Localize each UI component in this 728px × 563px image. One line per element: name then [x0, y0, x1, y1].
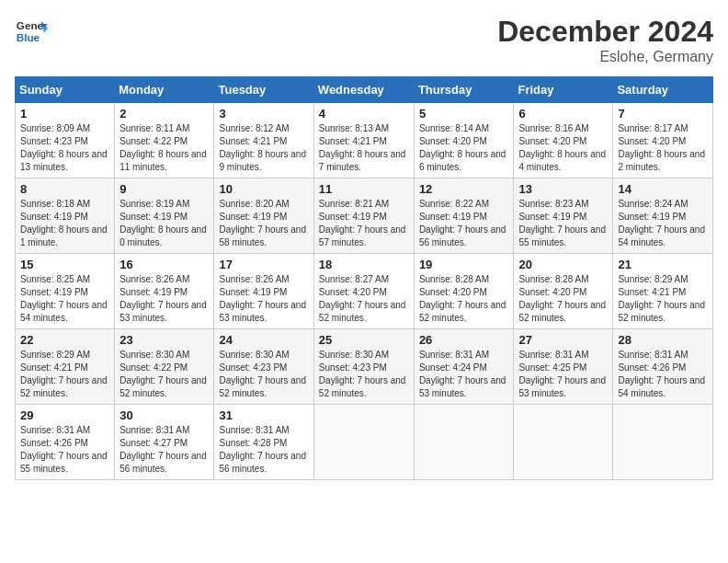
weekday-header-thursday: Thursday — [414, 77, 514, 103]
day-info: Sunrise: 8:16 AM Sunset: 4:20 PM Dayligh… — [518, 122, 608, 174]
calendar-cell: 22Sunrise: 8:29 AM Sunset: 4:21 PM Dayli… — [16, 329, 115, 405]
day-number: 27 — [518, 333, 608, 347]
day-number: 20 — [518, 258, 608, 271]
day-info: Sunrise: 8:28 AM Sunset: 4:20 PM Dayligh… — [419, 273, 509, 325]
day-number: 6 — [518, 107, 608, 121]
calendar-cell: 3Sunrise: 8:12 AM Sunset: 4:21 PM Daylig… — [214, 103, 313, 178]
week-row-2: 15Sunrise: 8:25 AM Sunset: 4:19 PM Dayli… — [16, 254, 713, 329]
day-info: Sunrise: 8:20 AM Sunset: 4:19 PM Dayligh… — [219, 198, 308, 249]
calendar-cell: 12Sunrise: 8:22 AM Sunset: 4:19 PM Dayli… — [414, 178, 514, 254]
day-info: Sunrise: 8:17 AM Sunset: 4:20 PM Dayligh… — [618, 122, 708, 174]
logo: General Blue — [15, 15, 51, 48]
calendar-cell: 7Sunrise: 8:17 AM Sunset: 4:20 PM Daylig… — [613, 103, 713, 178]
day-number: 17 — [219, 258, 308, 271]
calendar-cell: 15Sunrise: 8:25 AM Sunset: 4:19 PM Dayli… — [16, 254, 115, 329]
calendar-cell: 27Sunrise: 8:31 AM Sunset: 4:25 PM Dayli… — [514, 329, 613, 405]
location: Eslohe, Germany — [497, 49, 713, 65]
calendar-cell: 26Sunrise: 8:31 AM Sunset: 4:24 PM Dayli… — [414, 329, 514, 405]
day-number: 5 — [419, 107, 509, 121]
day-info: Sunrise: 8:30 AM Sunset: 4:23 PM Dayligh… — [219, 349, 308, 400]
day-info: Sunrise: 8:21 AM Sunset: 4:19 PM Dayligh… — [319, 198, 409, 249]
day-number: 11 — [319, 182, 409, 196]
weekday-header-friday: Friday — [514, 77, 613, 103]
day-number: 31 — [219, 408, 308, 422]
day-number: 18 — [319, 258, 409, 271]
day-number: 2 — [119, 107, 209, 121]
page-header: General Blue December 2024 Eslohe, Germa… — [15, 15, 713, 65]
day-number: 12 — [419, 182, 509, 196]
day-number: 22 — [20, 333, 109, 347]
calendar-cell: 10Sunrise: 8:20 AM Sunset: 4:19 PM Dayli… — [214, 178, 313, 254]
calendar-cell — [514, 405, 613, 480]
day-info: Sunrise: 8:19 AM Sunset: 4:19 PM Dayligh… — [119, 198, 209, 249]
day-number: 13 — [518, 182, 608, 196]
day-info: Sunrise: 8:25 AM Sunset: 4:19 PM Dayligh… — [20, 273, 109, 325]
week-row-1: 8Sunrise: 8:18 AM Sunset: 4:19 PM Daylig… — [16, 178, 713, 254]
day-info: Sunrise: 8:31 AM Sunset: 4:26 PM Dayligh… — [618, 349, 708, 400]
weekday-header-row: SundayMondayTuesdayWednesdayThursdayFrid… — [16, 77, 713, 103]
day-info: Sunrise: 8:14 AM Sunset: 4:20 PM Dayligh… — [419, 122, 509, 174]
calendar-cell: 4Sunrise: 8:13 AM Sunset: 4:21 PM Daylig… — [313, 103, 414, 178]
day-info: Sunrise: 8:29 AM Sunset: 4:21 PM Dayligh… — [20, 349, 109, 400]
calendar-cell: 16Sunrise: 8:26 AM Sunset: 4:19 PM Dayli… — [115, 254, 214, 329]
calendar-cell: 1Sunrise: 8:09 AM Sunset: 4:23 PM Daylig… — [16, 103, 115, 178]
day-info: Sunrise: 8:13 AM Sunset: 4:21 PM Dayligh… — [319, 122, 409, 174]
calendar-cell — [313, 405, 414, 480]
day-info: Sunrise: 8:31 AM Sunset: 4:25 PM Dayligh… — [518, 349, 608, 400]
day-number: 10 — [219, 182, 308, 196]
calendar-cell: 28Sunrise: 8:31 AM Sunset: 4:26 PM Dayli… — [613, 329, 713, 405]
calendar-cell: 31Sunrise: 8:31 AM Sunset: 4:28 PM Dayli… — [214, 405, 313, 480]
day-number: 14 — [618, 182, 708, 196]
calendar-cell: 29Sunrise: 8:31 AM Sunset: 4:26 PM Dayli… — [16, 405, 115, 480]
calendar-cell: 20Sunrise: 8:28 AM Sunset: 4:20 PM Dayli… — [514, 254, 613, 329]
day-info: Sunrise: 8:31 AM Sunset: 4:27 PM Dayligh… — [119, 424, 209, 476]
calendar-cell: 18Sunrise: 8:27 AM Sunset: 4:20 PM Dayli… — [313, 254, 414, 329]
day-info: Sunrise: 8:27 AM Sunset: 4:20 PM Dayligh… — [319, 273, 409, 325]
week-row-0: 1Sunrise: 8:09 AM Sunset: 4:23 PM Daylig… — [16, 103, 713, 178]
day-number: 29 — [20, 408, 109, 422]
day-number: 23 — [119, 333, 209, 347]
day-number: 19 — [419, 258, 509, 271]
calendar-cell: 30Sunrise: 8:31 AM Sunset: 4:27 PM Dayli… — [115, 405, 214, 480]
day-info: Sunrise: 8:29 AM Sunset: 4:21 PM Dayligh… — [618, 273, 708, 325]
week-row-4: 29Sunrise: 8:31 AM Sunset: 4:26 PM Dayli… — [16, 405, 713, 480]
day-info: Sunrise: 8:31 AM Sunset: 4:24 PM Dayligh… — [419, 349, 509, 400]
day-info: Sunrise: 8:23 AM Sunset: 4:19 PM Dayligh… — [518, 198, 608, 249]
calendar-cell — [414, 405, 514, 480]
day-number: 16 — [119, 258, 209, 271]
day-number: 25 — [319, 333, 409, 347]
weekday-header-monday: Monday — [115, 77, 214, 103]
weekday-header-wednesday: Wednesday — [313, 77, 414, 103]
day-info: Sunrise: 8:28 AM Sunset: 4:20 PM Dayligh… — [518, 273, 608, 325]
day-number: 8 — [20, 182, 109, 196]
day-number: 24 — [219, 333, 308, 347]
day-info: Sunrise: 8:24 AM Sunset: 4:19 PM Dayligh… — [618, 198, 708, 249]
calendar-table: SundayMondayTuesdayWednesdayThursdayFrid… — [15, 76, 713, 480]
calendar-cell: 19Sunrise: 8:28 AM Sunset: 4:20 PM Dayli… — [414, 254, 514, 329]
day-info: Sunrise: 8:09 AM Sunset: 4:23 PM Dayligh… — [20, 122, 109, 174]
calendar-cell: 8Sunrise: 8:18 AM Sunset: 4:19 PM Daylig… — [16, 178, 115, 254]
calendar-cell — [613, 405, 713, 480]
logo-icon: General Blue — [15, 15, 48, 48]
day-info: Sunrise: 8:22 AM Sunset: 4:19 PM Dayligh… — [419, 198, 509, 249]
weekday-header-sunday: Sunday — [16, 77, 115, 103]
calendar-cell: 6Sunrise: 8:16 AM Sunset: 4:20 PM Daylig… — [514, 103, 613, 178]
svg-text:Blue: Blue — [17, 31, 40, 43]
calendar-cell: 17Sunrise: 8:26 AM Sunset: 4:19 PM Dayli… — [214, 254, 313, 329]
day-info: Sunrise: 8:31 AM Sunset: 4:28 PM Dayligh… — [219, 424, 308, 476]
calendar-cell: 5Sunrise: 8:14 AM Sunset: 4:20 PM Daylig… — [414, 103, 514, 178]
day-info: Sunrise: 8:11 AM Sunset: 4:22 PM Dayligh… — [119, 122, 209, 174]
calendar-cell: 9Sunrise: 8:19 AM Sunset: 4:19 PM Daylig… — [115, 178, 214, 254]
calendar-cell: 24Sunrise: 8:30 AM Sunset: 4:23 PM Dayli… — [214, 329, 313, 405]
day-number: 1 — [20, 107, 109, 121]
day-info: Sunrise: 8:31 AM Sunset: 4:26 PM Dayligh… — [20, 424, 109, 476]
weekday-header-saturday: Saturday — [613, 77, 713, 103]
day-number: 30 — [119, 408, 209, 422]
title-block: December 2024 Eslohe, Germany — [497, 15, 713, 65]
calendar-cell: 14Sunrise: 8:24 AM Sunset: 4:19 PM Dayli… — [613, 178, 713, 254]
day-number: 7 — [618, 107, 708, 121]
calendar-cell: 13Sunrise: 8:23 AM Sunset: 4:19 PM Dayli… — [514, 178, 613, 254]
day-info: Sunrise: 8:30 AM Sunset: 4:22 PM Dayligh… — [119, 349, 209, 400]
day-number: 15 — [20, 258, 109, 271]
day-number: 9 — [119, 182, 209, 196]
